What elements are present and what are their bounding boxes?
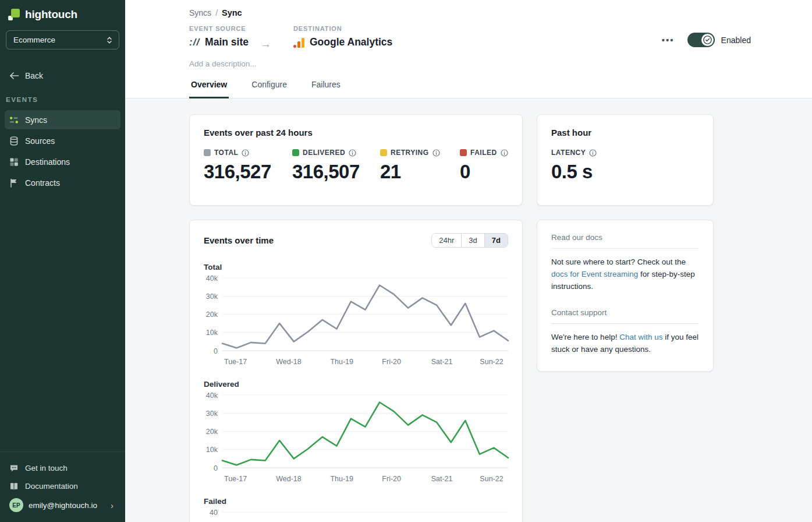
tab-configure[interactable]: Configure (250, 74, 289, 98)
tab-overview[interactable]: Overview (189, 74, 229, 98)
hightouch-logo-icon (8, 9, 20, 20)
avatar: EP (9, 498, 23, 512)
stat-value: 316,507 (292, 161, 380, 183)
range-3d-button[interactable]: 3d (461, 234, 484, 247)
account-menu[interactable]: EP emily@hightouch.io › (5, 495, 120, 515)
chevron-right-icon: › (111, 500, 116, 510)
delivered-swatch (292, 149, 299, 156)
divider (551, 323, 699, 324)
destination-label: DESTINATION (293, 25, 392, 32)
events-over-time-title: Events over time (204, 235, 274, 245)
sidebar-item-destinations[interactable]: Destinations (5, 152, 120, 171)
sidebar-item-label: Syncs (25, 115, 47, 125)
stat-retrying: RETRYING 21 (380, 149, 460, 183)
sidebar-item-label: Contracts (25, 178, 60, 188)
chart-plot: 40k30k20k10k0Tue-17Wed-18Thu-19Fri-20Sat… (204, 273, 509, 368)
documentation-button[interactable]: Documentation (5, 477, 120, 495)
arrow-left-icon (9, 72, 19, 80)
svg-text:Sun-22: Sun-22 (480, 475, 503, 483)
destination-name: Google Analytics (310, 36, 392, 48)
info-icon[interactable] (432, 149, 440, 157)
range-7d-button[interactable]: 7d (484, 234, 508, 247)
contact-support-heading: Contact support (551, 308, 699, 317)
page-header: Syncs / Sync EVENT SOURCE :// Main site … (125, 0, 812, 70)
retrying-swatch (380, 149, 387, 156)
book-icon (9, 482, 19, 491)
get-in-touch-label: Get in touch (25, 464, 68, 472)
sidebar: hightouch Ecommerce Back EVENTS Syncs (0, 0, 125, 522)
back-button[interactable]: Back (9, 71, 125, 80)
description-placeholder[interactable]: Add a description... (189, 59, 751, 70)
chart-line-total (222, 285, 508, 348)
documentation-label: Documentation (25, 482, 78, 491)
destination-block[interactable]: DESTINATION Google Analytics (293, 25, 392, 48)
info-icon[interactable] (349, 149, 356, 157)
svg-text:Sat-21: Sat-21 (431, 475, 453, 483)
database-icon (9, 136, 19, 146)
chart-failed: Failed40 (204, 497, 508, 522)
support-text: We're here to help! (551, 333, 619, 341)
enabled-toggle[interactable] (687, 33, 715, 47)
more-options-icon[interactable]: ••• (662, 35, 675, 45)
tab-failures[interactable]: Failures (310, 74, 342, 98)
hightouch-logo[interactable]: hightouch (0, 0, 125, 21)
event-source-icon: :// (189, 37, 200, 48)
stat-value: 0 (460, 161, 508, 183)
breadcrumb: Syncs / Sync (189, 8, 751, 17)
event-source-label: EVENT SOURCE (189, 25, 249, 32)
svg-text:Sat-21: Sat-21 (431, 358, 453, 366)
sidebar-item-syncs[interactable]: Syncs (5, 110, 120, 129)
arrow-right-icon: → (260, 38, 271, 51)
range-24hr-button[interactable]: 24hr (432, 234, 461, 247)
chart-line-delivered (222, 403, 508, 465)
get-in-touch-button[interactable]: Get in touch (5, 459, 120, 477)
time-range-selector: 24hr 3d 7d (431, 233, 508, 248)
breadcrumb-current: Sync (222, 8, 242, 17)
sidebar-item-contracts[interactable]: Contracts (5, 173, 120, 192)
charts-container: Total40k30k20k10k0Tue-17Wed-18Thu-19Fri-… (204, 263, 508, 522)
breadcrumb-syncs[interactable]: Syncs (189, 8, 211, 17)
svg-text:20k: 20k (206, 311, 218, 319)
chart-plot: 40k30k20k10k0Tue-17Wed-18Thu-19Fri-20Sat… (204, 390, 509, 485)
sidebar-item-label: Sources (25, 136, 55, 146)
failed-swatch (460, 149, 467, 156)
info-icon[interactable] (242, 149, 249, 157)
svg-text:40k: 40k (206, 392, 218, 400)
main-area: Syncs / Sync EVENT SOURCE :// Main site … (125, 0, 812, 522)
svg-text:20k: 20k (206, 428, 218, 436)
svg-text:0: 0 (214, 347, 218, 355)
event-source-name: Main site (205, 36, 249, 48)
chart-delivered: Delivered40k30k20k10k0Tue-17Wed-18Thu-19… (204, 380, 508, 485)
svg-text:Thu-19: Thu-19 (330, 475, 353, 483)
sidebar-item-sources[interactable]: Sources (5, 131, 120, 150)
divider (551, 248, 699, 249)
event-source-block[interactable]: EVENT SOURCE :// Main site (189, 25, 249, 48)
read-docs-section: Read our docs Not sure where to start? C… (551, 233, 699, 293)
svg-text:Wed-18: Wed-18 (276, 358, 302, 366)
svg-text:Sun-22: Sun-22 (480, 358, 503, 366)
flag-icon (9, 178, 19, 188)
stat-value: 316,527 (204, 161, 292, 183)
sidebar-item-label: Destinations (25, 157, 70, 167)
svg-text:40: 40 (210, 509, 218, 517)
stat-label: FAILED (470, 149, 497, 157)
chat-with-us-link[interactable]: Chat with us (619, 333, 662, 341)
workspace-select-value: Ecommerce (13, 36, 55, 44)
chart-series-title: Delivered (204, 380, 508, 389)
chart-series-title: Total (204, 263, 508, 271)
google-analytics-icon (293, 37, 304, 48)
stat-label: TOTAL (214, 149, 238, 157)
logo-text: hightouch (25, 8, 77, 21)
toggle-knob (701, 34, 714, 46)
header-controls: ••• Enabled (662, 33, 751, 47)
workspace-select[interactable]: Ecommerce (6, 30, 119, 50)
svg-text:Fri-20: Fri-20 (382, 475, 401, 483)
read-docs-heading: Read our docs (551, 233, 699, 242)
sidebar-nav: Syncs Sources Destinations Contracts (0, 110, 125, 192)
info-icon[interactable] (501, 149, 508, 157)
svg-text:30k: 30k (206, 410, 218, 418)
event-streaming-docs-link[interactable]: docs for Event streaming (551, 270, 638, 278)
latency-label: LATENCY (551, 149, 586, 157)
total-swatch (204, 149, 211, 156)
info-icon[interactable] (589, 149, 597, 157)
